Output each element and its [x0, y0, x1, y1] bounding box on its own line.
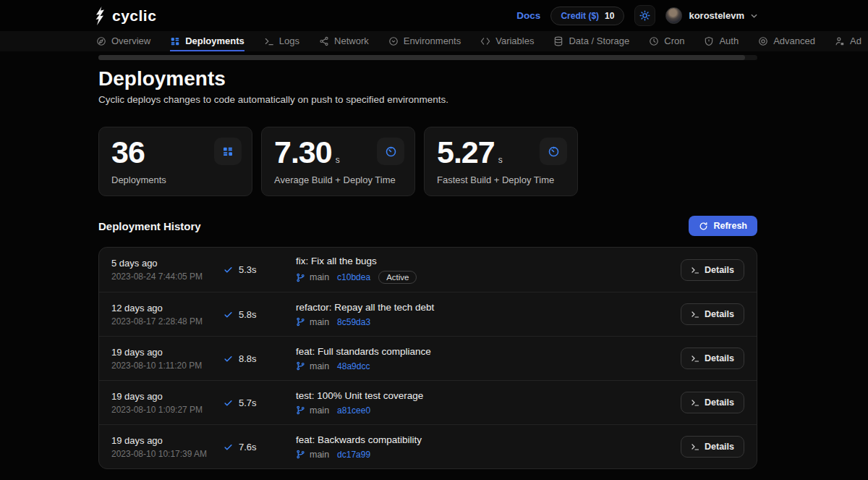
tab-advanced[interactable]: Advanced	[758, 31, 815, 51]
commit-hash[interactable]: 8c59da3	[337, 317, 370, 327]
commit-hash[interactable]: 48a9dcc	[337, 361, 370, 371]
tab-label: Environments	[404, 35, 461, 46]
branch-name: main	[310, 405, 329, 416]
commit-hash[interactable]: c10bdea	[337, 272, 370, 282]
deploy-timestamp: 2023-08-10 1:11:20 PM	[111, 361, 224, 371]
theme-toggle-button[interactable]	[634, 5, 655, 26]
branch-name: main	[310, 272, 329, 282]
deploy-duration: 5.8s	[239, 309, 257, 320]
tab-data-storage[interactable]: Data / Storage	[553, 31, 629, 51]
details-button[interactable]: Details	[681, 392, 744, 413]
terminal-icon	[691, 310, 699, 319]
user-menu[interactable]: korostelevm	[665, 7, 757, 24]
deploy-age: 12 days ago	[111, 303, 224, 313]
deploy-duration: 7.6s	[239, 442, 257, 452]
deploy-timestamp: 2023-08-24 7:44:05 PM	[111, 271, 224, 282]
tab-environments[interactable]: Environments	[388, 31, 461, 51]
stat-label: Average Build + Deploy Time	[274, 174, 402, 185]
commit-hash[interactable]: dc17a99	[337, 450, 370, 460]
tab-cron[interactable]: Cron	[649, 31, 684, 51]
compass-icon	[96, 36, 106, 46]
check-icon	[224, 442, 233, 452]
stat-card-average-time: 7.30s Average Build + Deploy Time	[261, 127, 415, 196]
history-title: Deployment History	[98, 220, 201, 232]
tab-admin[interactable]: Ad	[835, 31, 861, 51]
deploy-age: 19 days ago	[111, 435, 224, 446]
tab-label: Deployments	[185, 35, 244, 46]
stat-label: Fastest Build + Deploy Time	[437, 174, 565, 185]
target-icon	[758, 36, 768, 46]
git-branch-icon	[296, 405, 305, 415]
timer-icon	[377, 138, 404, 165]
tab-bar: Overview Deployments Logs Network Enviro…	[0, 31, 868, 51]
git-branch-icon	[296, 273, 305, 282]
tab-label: Network	[334, 35, 369, 46]
tab-label: Data / Storage	[569, 35, 629, 46]
scrollbar-thumb[interactable]	[98, 55, 745, 60]
branch-name: main	[310, 450, 329, 460]
commit-message: feat: Backwards compatibility	[296, 434, 681, 445]
main-content: Deployments Cyclic deploys changes to co…	[0, 60, 868, 469]
commit-message: refactor: Repay all the tech debt	[296, 302, 681, 313]
tab-label: Advanced	[773, 35, 815, 46]
git-branch-icon	[296, 317, 305, 327]
git-branch-icon	[296, 361, 305, 371]
tab-logs[interactable]: Logs	[264, 31, 299, 51]
details-button[interactable]: Details	[681, 259, 744, 281]
deployment-row: 19 days ago 2023-08-10 10:17:39 AM 7.6s …	[99, 424, 757, 468]
branch-name: main	[310, 317, 329, 327]
code-brackets-icon	[480, 36, 490, 46]
deploy-duration: 8.8s	[239, 353, 257, 364]
stat-label: Deployments	[111, 174, 239, 185]
stat-card-fastest-time: 5.27s Fastest Build + Deploy Time	[424, 127, 578, 196]
deploy-age: 5 days ago	[111, 258, 224, 269]
tab-deployments[interactable]: Deployments	[170, 31, 244, 51]
timer-icon	[540, 138, 567, 165]
top-header: cyclic Docs Credit ($) 10 korostelevm	[0, 0, 868, 31]
tab-network[interactable]: Network	[319, 31, 369, 51]
refresh-button[interactable]: Refresh	[689, 216, 757, 236]
deploy-timestamp: 2023-08-10 1:09:27 PM	[111, 405, 224, 415]
tab-label: Auth	[719, 35, 739, 46]
deployment-row: 19 days ago 2023-08-10 1:09:27 PM 5.7s t…	[99, 380, 757, 424]
commit-hash[interactable]: a81cee0	[337, 405, 370, 416]
details-button[interactable]: Details	[681, 348, 744, 369]
git-branch-icon	[296, 450, 305, 459]
details-button[interactable]: Details	[681, 436, 744, 458]
deployment-row: 12 days ago 2023-08-17 2:28:48 PM 5.8s r…	[99, 292, 757, 336]
horizontal-scrollbar[interactable]	[98, 55, 757, 60]
logo: cyclic	[94, 7, 156, 25]
tab-variables[interactable]: Variables	[480, 31, 534, 51]
deploy-age: 19 days ago	[111, 391, 224, 402]
tab-label: Logs	[279, 35, 299, 46]
admin-user-icon	[835, 36, 845, 46]
page-subtitle: Cyclic deploys changes to code automatic…	[98, 94, 757, 105]
terminal-icon	[691, 398, 699, 407]
tab-auth[interactable]: Auth	[704, 31, 739, 51]
stats-row: 36 Deployments 7.30s Average Build + Dep…	[98, 127, 757, 196]
chevron-down-icon	[751, 14, 757, 18]
tab-overview[interactable]: Overview	[96, 31, 150, 51]
tab-label: Ad	[850, 35, 861, 46]
tab-label: Overview	[111, 35, 150, 46]
check-icon	[224, 354, 233, 363]
terminal-icon	[691, 266, 699, 274]
shield-icon	[704, 36, 714, 46]
check-icon	[224, 265, 233, 274]
logo-text: cyclic	[112, 7, 156, 25]
docs-link[interactable]: Docs	[516, 10, 540, 21]
credit-label: Credit ($)	[561, 11, 599, 21]
details-button[interactable]: Details	[681, 303, 744, 325]
credit-badge[interactable]: Credit ($) 10	[550, 7, 624, 25]
username: korostelevm	[689, 10, 744, 21]
deploy-timestamp: 2023-08-17 2:28:48 PM	[111, 316, 224, 327]
sun-icon	[639, 10, 650, 21]
deploy-duration: 5.3s	[239, 264, 257, 275]
refresh-icon	[699, 222, 708, 231]
database-icon	[553, 36, 563, 46]
tab-label: Cron	[664, 35, 684, 46]
deployment-history-panel: 5 days ago 2023-08-24 7:44:05 PM 5.3s fi…	[98, 247, 757, 469]
credit-value: 10	[605, 11, 614, 21]
terminal-icon	[264, 36, 274, 46]
stat-card-deployments: 36 Deployments	[98, 127, 252, 196]
